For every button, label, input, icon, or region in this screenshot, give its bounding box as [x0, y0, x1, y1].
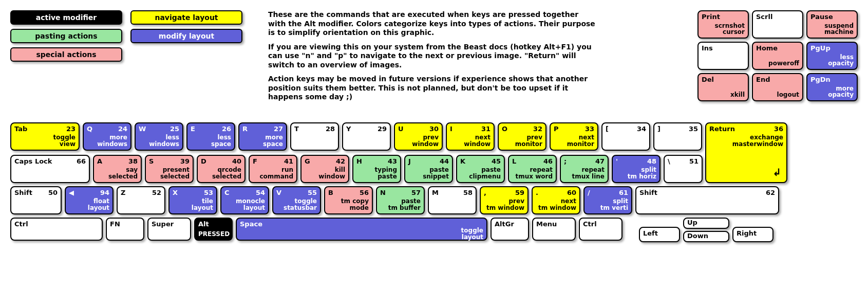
key-label: ;: [564, 158, 567, 165]
key-c[interactable]: C54monocle layout: [220, 186, 269, 214]
key-o[interactable]: O32prev monitor: [498, 122, 546, 151]
key-action: qrcode selected: [201, 167, 241, 179]
key-a[interactable]: A38say selected: [93, 155, 142, 183]
key-b[interactable]: B56tm copy mode: [324, 186, 373, 214]
key-alt[interactable]: Alt PRESSED: [194, 218, 233, 241]
key-code: 45: [492, 158, 501, 165]
key-z[interactable]: Z52: [117, 186, 165, 214]
key-n[interactable]: N57paste tm buffer: [376, 186, 425, 214]
key-i[interactable]: I31next window: [446, 122, 495, 151]
key-code: 94: [100, 189, 109, 196]
key-h[interactable]: H43typing paste: [352, 155, 401, 183]
key-tab[interactable]: Tab23toggle view: [10, 122, 80, 151]
key--[interactable]: \51: [664, 155, 703, 183]
key-r[interactable]: R27more space: [238, 122, 287, 151]
key-label: M: [432, 189, 439, 196]
key-ctrl-right[interactable]: Ctrl: [579, 218, 622, 241]
key-code: 62: [766, 189, 775, 196]
key-shift[interactable]: Shift50: [10, 186, 62, 214]
key-y[interactable]: Y29: [342, 122, 391, 151]
key-action: typing paste: [356, 167, 397, 179]
key-label: E: [191, 125, 195, 133]
key-end[interactable]: Endlogout: [752, 73, 803, 101]
key-e[interactable]: E26less space: [186, 122, 235, 151]
key-right[interactable]: Right: [732, 227, 773, 242]
key--[interactable]: .60next tm window: [532, 186, 580, 214]
description-text: These are the commands that are executed…: [268, 10, 597, 107]
key-pgup[interactable]: PgUpless opacity: [806, 42, 858, 70]
key-action: next monitor: [554, 134, 594, 147]
key-return[interactable]: Return 36 exchange masterwindow ↲: [705, 122, 787, 183]
key-home[interactable]: Homepoweroff: [752, 42, 803, 70]
key-q[interactable]: Q24more windows: [83, 122, 131, 151]
key-x[interactable]: X53tile layout: [168, 186, 217, 214]
key-action: paste tm buffer: [380, 198, 421, 211]
key-label: Ins: [702, 45, 713, 52]
key-label: U: [398, 125, 404, 133]
key--[interactable]: ,59prev tm window: [480, 186, 529, 214]
key-k[interactable]: K45paste clipmenu: [456, 155, 505, 183]
key-code: 24: [118, 125, 127, 133]
key-up[interactable]: Up: [683, 218, 729, 229]
key-fn[interactable]: FN: [106, 218, 144, 241]
key-j[interactable]: J44paste snippet: [404, 155, 453, 183]
key-g[interactable]: G42kill window: [300, 155, 349, 183]
key-label: L: [512, 158, 516, 165]
key-code: 29: [378, 125, 387, 133]
key-left[interactable]: Left: [639, 227, 680, 242]
key-label: Q: [87, 125, 92, 133]
key-code: 51: [689, 158, 699, 165]
key-ins[interactable]: Ins: [697, 42, 749, 70]
key-f[interactable]: F41run command: [249, 155, 297, 183]
key-label: [: [606, 125, 609, 133]
key--[interactable]: ]35: [653, 122, 702, 151]
key-s[interactable]: S39present selected: [145, 155, 194, 183]
legend: active modifier navigate layout pasting …: [10, 10, 242, 62]
key-scrll[interactable]: Scrll: [752, 10, 803, 39]
key--[interactable]: [34: [601, 122, 650, 151]
key-p[interactable]: P33next monitor: [550, 122, 598, 151]
key-label: Print: [702, 13, 720, 21]
key-label: Del: [702, 76, 714, 83]
key-label: J: [408, 158, 411, 165]
key-super[interactable]: Super: [147, 218, 191, 241]
key-space[interactable]: Space toggle layout: [236, 218, 487, 241]
key-code: 40: [232, 158, 241, 165]
key-d[interactable]: D40qrcode selected: [197, 155, 246, 183]
key--[interactable]: /61split tm verti: [583, 186, 632, 214]
key-code: 23: [66, 125, 76, 133]
key-pgdn[interactable]: PgDnmore opacity: [806, 73, 858, 101]
key--[interactable]: ◀94float layout: [65, 186, 114, 214]
key-action: repeat tmux line: [564, 167, 605, 179]
key-altgr[interactable]: AltGr: [490, 218, 529, 241]
key-caps-lock[interactable]: Caps Lock66: [10, 155, 90, 183]
key-code: 60: [567, 189, 576, 196]
legend-pasting-actions: pasting actions: [10, 29, 122, 43]
key-menu[interactable]: Menu: [532, 218, 576, 241]
key-shift[interactable]: Shift62: [635, 186, 779, 214]
key--[interactable]: ;47repeat tmux line: [560, 155, 609, 183]
key-del[interactable]: Delxkill: [697, 73, 749, 101]
key-pause[interactable]: Pausesuspend machine: [806, 10, 858, 39]
key-label: AltGr: [495, 221, 514, 228]
keyboard-row-4: Ctrl FN Super Alt PRESSED Space toggle l…: [10, 218, 858, 242]
key-ctrl-left[interactable]: Ctrl: [10, 218, 103, 241]
key-down[interactable]: Down: [683, 231, 729, 242]
key-alt-state: PRESSED: [198, 231, 229, 238]
key-code: 52: [152, 189, 161, 196]
key-w[interactable]: W25less windows: [135, 122, 183, 151]
legend-active-modifier: active modifier: [10, 10, 122, 25]
key-print[interactable]: Printscrnshot cursor: [697, 10, 749, 39]
key-l[interactable]: L46repeat tmux word: [508, 155, 557, 183]
key--[interactable]: '48split tm horiz: [612, 155, 661, 183]
key-code: 43: [388, 158, 397, 165]
key-t[interactable]: T28: [290, 122, 339, 151]
key-code: 30: [429, 125, 439, 133]
key-action: xkill: [702, 92, 745, 98]
key-code: 48: [647, 158, 656, 165]
key-action: next tm window: [536, 198, 576, 211]
key-label: Left: [643, 230, 658, 237]
key-u[interactable]: U30prev window: [394, 122, 443, 151]
key-v[interactable]: V55toggle statusbar: [272, 186, 321, 214]
key-m[interactable]: M58: [428, 186, 477, 214]
